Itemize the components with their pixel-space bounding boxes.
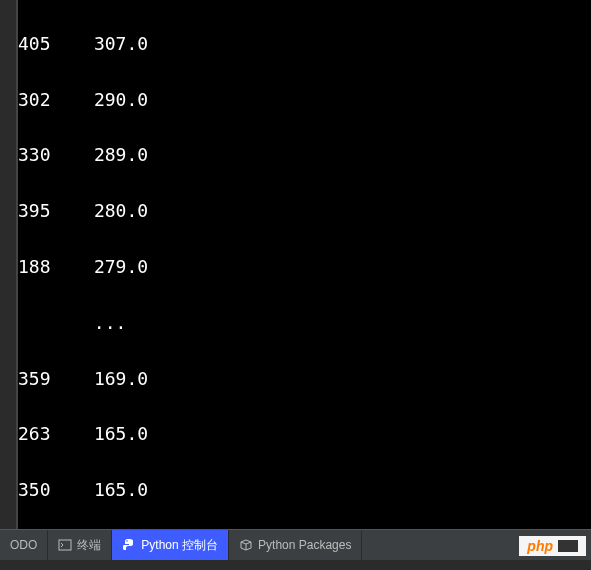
watermark-block [558, 540, 578, 552]
tab-label: ODO [10, 538, 37, 552]
footer-strip [0, 560, 591, 570]
watermark: php [519, 536, 586, 556]
python-icon [122, 538, 136, 552]
tab-todo[interactable]: ODO [0, 530, 48, 560]
tab-terminal[interactable]: 终端 [48, 530, 112, 560]
left-gutter [0, 0, 16, 530]
ellipsis-row: ... [18, 309, 591, 337]
tab-python-packages[interactable]: Python Packages [229, 530, 362, 560]
data-row: 359 169.0 [18, 365, 591, 393]
svg-rect-0 [59, 540, 71, 550]
data-row: 350 165.0 [18, 476, 591, 504]
tab-label: Python Packages [258, 538, 351, 552]
tab-label: 终端 [77, 537, 101, 554]
python-console-output[interactable]: 405 307.0 302 290.0 330 289.0 395 280.0 … [16, 0, 591, 530]
data-row: 302 290.0 [18, 86, 591, 114]
data-row: 405 307.0 [18, 30, 591, 58]
tool-window-bar: ODO 终端 Python 控制台 Python Packages [0, 530, 591, 560]
terminal-icon [58, 538, 72, 552]
watermark-php: php [527, 538, 553, 554]
tab-label: Python 控制台 [141, 537, 218, 554]
data-row: 263 165.0 [18, 420, 591, 448]
svg-point-1 [127, 540, 129, 542]
data-row: 330 289.0 [18, 141, 591, 169]
packages-icon [239, 538, 253, 552]
data-row: 188 279.0 [18, 253, 591, 281]
tab-python-console[interactable]: Python 控制台 [112, 530, 229, 560]
data-row: 395 280.0 [18, 197, 591, 225]
